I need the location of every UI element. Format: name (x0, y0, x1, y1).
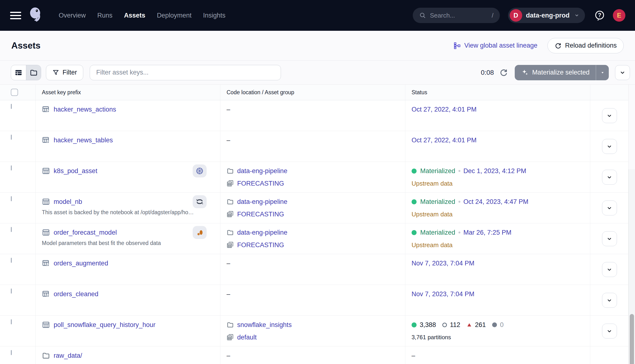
row-checkbox[interactable] (11, 196, 12, 201)
materialize-dropdown-toggle[interactable] (596, 65, 609, 80)
nav-item-deployment[interactable]: Deployment (157, 12, 192, 19)
asset-link[interactable]: hacker_news_tables (54, 136, 113, 144)
table-view-icon (15, 68, 23, 77)
page-title: Assets (11, 41, 41, 51)
materialization-date-link[interactable]: Dec 1, 2023, 4:12 PM (463, 167, 526, 175)
asset-group-link[interactable]: FORECASTING (237, 210, 284, 218)
nav-item-runs[interactable]: Runs (98, 12, 113, 19)
asset-link[interactable]: orders_augmented (54, 260, 108, 267)
nav-item-overview[interactable]: Overview (59, 12, 86, 19)
row-checkbox[interactable] (11, 319, 12, 324)
asset-link[interactable]: order_forecast_model (54, 229, 117, 236)
materialized-status-dot (412, 230, 417, 235)
row-expand-button[interactable] (602, 293, 617, 308)
table-icon (42, 321, 50, 329)
select-all-checkbox[interactable] (11, 89, 18, 96)
code-location-link[interactable]: snowflake_insights (237, 321, 292, 329)
search-input[interactable]: Search... / (413, 8, 500, 23)
row-expand-button[interactable] (602, 324, 617, 338)
status-cell: – (405, 346, 590, 364)
row-expand-button[interactable] (602, 170, 617, 185)
asset-link[interactable]: orders_cleaned (54, 290, 98, 298)
chevron-down-icon (606, 205, 613, 211)
asset-line: order_forecast_model (42, 227, 215, 238)
row-checkbox[interactable] (11, 104, 12, 109)
partitions-failed-triangle (467, 322, 472, 328)
row-expand-button[interactable] (602, 139, 617, 154)
code-location-link[interactable]: data-eng-pipeline (237, 229, 287, 236)
row-checkbox[interactable] (11, 258, 12, 263)
table-row: order_forecast_modelModel parameters tha… (0, 223, 628, 254)
menu-icon[interactable] (10, 10, 21, 21)
chevron-down-icon (606, 236, 613, 242)
toolbar-more-button[interactable] (615, 65, 630, 80)
table-row: raw_data/–– (0, 346, 628, 364)
filter-button[interactable]: Filter (46, 65, 83, 80)
asset-link[interactable]: raw_data/ (54, 352, 82, 360)
row-expand-button[interactable] (602, 200, 617, 216)
asset-group-link[interactable]: FORECASTING (237, 242, 284, 249)
row-checkbox[interactable] (11, 350, 12, 355)
row-checkbox[interactable] (11, 288, 12, 294)
scrollbar-track[interactable] (628, 169, 635, 364)
code-location-line: data-eng-pipeline (227, 166, 405, 176)
refresh-icon[interactable] (499, 68, 508, 77)
scrollbar-thumb[interactable] (630, 314, 634, 364)
row-select-cell (0, 254, 35, 285)
folder-view-toggle[interactable] (26, 65, 41, 80)
separator-dot (458, 170, 460, 172)
materialize-selected-button[interactable]: Materialize selected (515, 65, 609, 80)
asset-link[interactable]: k8s_pod_asset (54, 167, 98, 175)
code-location-link[interactable]: data-eng-pipeline (237, 167, 287, 175)
assets-toolbar: Filter 0:08 Materialize selected (0, 60, 635, 85)
code-location-link[interactable]: data-eng-pipeline (237, 198, 287, 206)
materialization-date-link[interactable]: Oct 24, 2023, 4:47 PM (463, 198, 528, 206)
row-checkbox[interactable] (11, 135, 12, 140)
row-select-cell (0, 192, 35, 223)
row-expand-button[interactable] (602, 108, 617, 123)
materialization-date-link[interactable]: Mar 26, 7:25 PM (463, 229, 512, 236)
nav-item-assets[interactable]: Assets (124, 12, 146, 19)
materialized-label: Materialized (420, 198, 455, 206)
table-sparkle-icon (42, 136, 50, 144)
chevron-down-icon (619, 69, 626, 76)
search-shortcut-hint: / (492, 12, 493, 19)
column-header-status: Status (405, 85, 590, 100)
view-global-asset-lineage-link[interactable]: View global asset lineage (453, 42, 537, 50)
asset-link[interactable]: model_nb (54, 198, 82, 206)
partition-counts-line: 3,3881122610 (412, 320, 590, 330)
folder-icon (227, 167, 234, 174)
asset-group-link[interactable]: FORECASTING (237, 180, 284, 187)
column-header-asset-key-prefix: Asset key prefix (35, 85, 220, 100)
chevron-down-icon (606, 112, 613, 119)
row-expand-button[interactable] (602, 231, 617, 246)
asset-cell: order_forecast_modelModel parameters tha… (35, 223, 220, 254)
materialization-date-link[interactable]: Oct 27, 2022, 4:01 PM (412, 106, 476, 113)
asset-line: orders_augmented (42, 258, 215, 268)
assets-table: Asset key prefix Code location / Asset g… (0, 85, 635, 364)
materialization-date-link[interactable]: Nov 7, 2023, 7:04 PM (412, 290, 474, 298)
asset-group-icon (227, 334, 234, 341)
asset-group-link[interactable]: default (237, 334, 257, 341)
filter-funnel-icon (52, 69, 60, 76)
help-icon[interactable]: ? (594, 10, 605, 21)
row-expand-button[interactable] (602, 262, 617, 277)
asset-group-line: FORECASTING (227, 178, 405, 189)
deployment-switcher[interactable]: D data-eng-prod (508, 8, 585, 23)
filter-asset-keys-input[interactable] (90, 65, 281, 80)
partitions-missing-ring (442, 323, 447, 327)
search-icon (419, 12, 426, 19)
row-checkbox[interactable] (11, 227, 12, 232)
reload-definitions-button[interactable]: Reload definitions (547, 38, 624, 53)
user-avatar[interactable]: E (613, 9, 625, 22)
nav-item-insights[interactable]: Insights (203, 12, 225, 19)
asset-link[interactable]: hacker_news_actions (54, 106, 116, 113)
code-location-cell: data-eng-pipelineFORECASTING (220, 162, 405, 192)
list-view-toggle[interactable] (11, 65, 26, 80)
materialization-date-link[interactable]: Oct 27, 2022, 4:01 PM (412, 136, 476, 144)
chevron-down-icon (606, 266, 613, 273)
partition-count: 0 (500, 321, 504, 329)
row-checkbox[interactable] (11, 166, 12, 170)
asset-link[interactable]: poll_snowflake_query_history_hour (54, 321, 155, 329)
materialization-date-link[interactable]: Nov 7, 2023, 7:04 PM (412, 260, 474, 267)
